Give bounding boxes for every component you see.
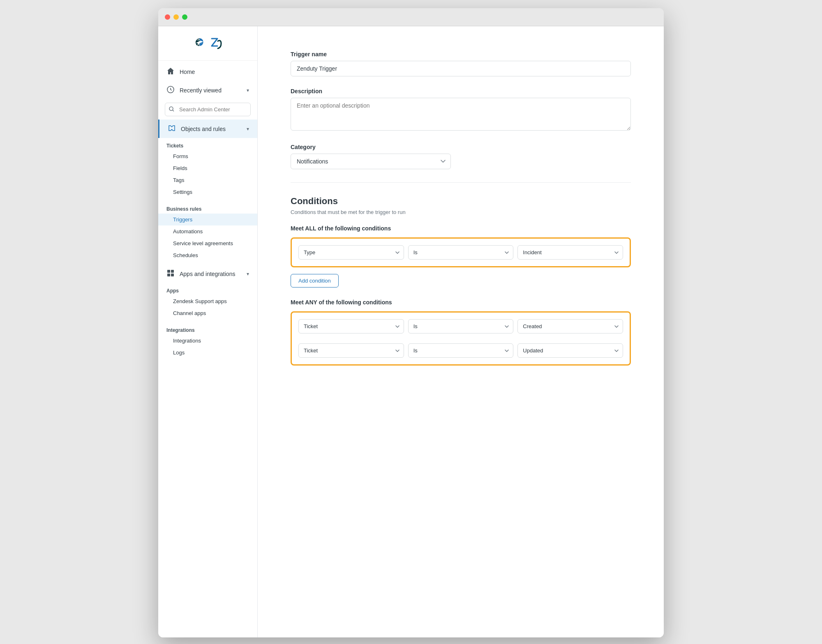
close-button[interactable] — [165, 14, 170, 20]
sidebar-item-triggers[interactable]: Triggers — [158, 214, 257, 225]
meet-all-section: Meet ALL of the following conditions Typ… — [291, 225, 631, 288]
objects-rules-icon — [168, 124, 176, 133]
svg-rect-5 — [171, 274, 174, 276]
sidebar-item-tags[interactable]: Tags — [158, 174, 257, 186]
any-cond-0-field[interactable]: Ticket Type Status — [298, 319, 404, 334]
tickets-section: Tickets Forms Fields Tags Settings — [158, 138, 257, 201]
trigger-name-input[interactable] — [291, 61, 631, 76]
svg-point-1 — [169, 107, 173, 110]
home-icon — [166, 67, 175, 76]
objects-rules-chevron: ▾ — [247, 126, 249, 132]
add-condition-all-label: Add condition — [298, 278, 331, 284]
sidebar-item-zd-support-apps[interactable]: Zendesk Support apps — [158, 295, 257, 307]
description-textarea[interactable] — [291, 98, 631, 131]
apps-header: Apps — [158, 283, 257, 295]
tickets-header: Tickets — [158, 138, 257, 150]
section-divider — [291, 182, 631, 183]
sidebar-item-forms[interactable]: Forms — [158, 150, 257, 162]
description-label: Description — [291, 88, 631, 94]
svg-rect-4 — [167, 274, 170, 276]
apps-section: Apps Zendesk Support apps Channel apps — [158, 283, 257, 322]
apps-integrations-chevron: ▾ — [247, 271, 249, 277]
sidebar-logo — [158, 26, 257, 61]
sidebar-item-logs[interactable]: Logs — [158, 347, 257, 359]
all-cond-0-field[interactable]: Type Ticket Status Priority — [298, 245, 404, 260]
any-conditions-container: Ticket Type Status Is Is not Created — [291, 311, 631, 366]
recently-viewed-chevron: ▾ — [247, 87, 249, 93]
meet-any-section: Meet ANY of the following conditions Tic… — [291, 299, 631, 366]
any-cond-1-value[interactable]: Updated Created Solved — [517, 343, 623, 358]
sidebar-item-settings[interactable]: Settings — [158, 186, 257, 198]
category-group: Category Notifications Custom Default — [291, 144, 631, 169]
sidebar-item-schedules[interactable]: Schedules — [158, 249, 257, 261]
any-condition-row-1: Ticket Type Status Is Is not Updated — [298, 343, 623, 358]
trigger-form: Trigger name Description Category Notifi… — [291, 51, 631, 366]
sidebar-item-sla[interactable]: Service level agreements — [158, 237, 257, 249]
meet-any-label: Meet ANY of the following conditions — [291, 299, 631, 306]
business-rules-section: Business rules Triggers Automations Serv… — [158, 201, 257, 264]
sidebar-item-channel-apps[interactable]: Channel apps — [158, 307, 257, 319]
main-content: Trigger name Description Category Notifi… — [258, 26, 664, 637]
sidebar-item-home[interactable]: Home — [158, 62, 257, 81]
sidebar-item-integrations[interactable]: Integrations — [158, 335, 257, 347]
svg-rect-3 — [171, 270, 174, 273]
sidebar-item-recently-viewed[interactable]: Recently viewed ▾ — [158, 81, 257, 99]
any-cond-1-operator[interactable]: Is Is not — [408, 343, 514, 358]
any-cond-0-operator[interactable]: Is Is not — [408, 319, 514, 334]
objects-rules-label: Objects and rules — [181, 126, 226, 132]
apps-integrations-label: Apps and integrations — [180, 271, 235, 277]
maximize-button[interactable] — [182, 14, 187, 20]
spacer — [291, 288, 631, 299]
search-container — [165, 103, 251, 116]
any-conditions-separator — [298, 338, 623, 343]
apps-icon — [166, 269, 175, 278]
sidebar-item-automations[interactable]: Automations — [158, 225, 257, 237]
add-condition-all-button[interactable]: Add condition — [291, 274, 339, 288]
sidebar: Home Recently viewed ▾ — [158, 26, 258, 637]
category-select[interactable]: Notifications Custom Default — [291, 154, 451, 169]
app-window: Home Recently viewed ▾ — [158, 8, 664, 637]
clock-icon — [166, 86, 175, 94]
conditions-subtitle: Conditions that must be met for the trig… — [291, 209, 631, 215]
minimize-button[interactable] — [173, 14, 179, 20]
any-condition-row-0: Ticket Type Status Is Is not Created — [298, 319, 623, 334]
all-condition-row-0: Type Ticket Status Priority Is Is not — [298, 245, 623, 260]
app-layout: Home Recently viewed ▾ — [158, 26, 664, 637]
category-label: Category — [291, 144, 631, 150]
search-input[interactable] — [165, 103, 251, 116]
all-conditions-container: Type Ticket Status Priority Is Is not — [291, 237, 631, 267]
description-group: Description — [291, 88, 631, 132]
sidebar-item-apps-integrations[interactable]: Apps and integrations ▾ — [158, 264, 257, 283]
svg-rect-2 — [167, 270, 170, 273]
all-cond-0-value[interactable]: Incident Question Problem Task — [517, 245, 623, 260]
trigger-name-group: Trigger name — [291, 51, 631, 76]
trigger-name-label: Trigger name — [291, 51, 631, 58]
search-icon — [169, 106, 174, 113]
home-label: Home — [180, 69, 195, 75]
sidebar-item-objects-rules[interactable]: Objects and rules ▾ — [158, 120, 257, 138]
any-cond-1-field[interactable]: Ticket Type Status — [298, 343, 404, 358]
titlebar — [158, 8, 664, 26]
sidebar-item-fields[interactable]: Fields — [158, 162, 257, 174]
recently-viewed-label: Recently viewed — [180, 87, 222, 94]
zendesk-logo-icon — [192, 34, 224, 52]
integrations-section: Integrations Integrations Logs — [158, 322, 257, 362]
integrations-header: Integrations — [158, 322, 257, 335]
business-rules-header: Business rules — [158, 201, 257, 214]
conditions-title: Conditions — [291, 196, 631, 207]
any-cond-0-value[interactable]: Created Updated Solved — [517, 319, 623, 334]
conditions-section: Conditions Conditions that must be met f… — [291, 196, 631, 366]
meet-all-label: Meet ALL of the following conditions — [291, 225, 631, 232]
all-cond-0-operator[interactable]: Is Is not — [408, 245, 514, 260]
